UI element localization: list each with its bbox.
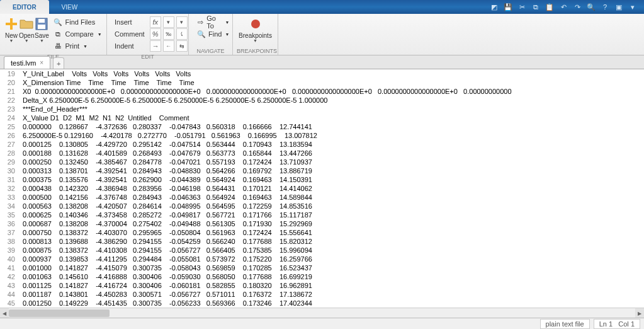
code-line[interactable]: 370.000750 0.138372 -4.403070 0.295965 -… <box>0 228 644 237</box>
breakpoints-button[interactable]: Breakpoints ▼ <box>237 15 274 44</box>
indent-auto-button[interactable]: ⇆ <box>176 40 188 52</box>
new-tab-button[interactable]: + <box>53 57 64 69</box>
code-line[interactable]: 266.250000E-5 0.129160 -4.420178 0.27277… <box>0 131 644 140</box>
redo-icon[interactable]: ↷ <box>572 2 582 12</box>
save-quick-icon[interactable]: 💾 <box>503 2 513 12</box>
insert-extra-1[interactable]: ▾ <box>163 16 174 28</box>
line-number: 36 <box>0 219 19 228</box>
svg-point-5 <box>251 20 260 28</box>
close-icon[interactable]: × <box>40 59 43 66</box>
code-line[interactable]: 450.001250 0.149229 -4.451435 0.300735 -… <box>0 299 644 308</box>
comment-add-button[interactable]: % <box>150 28 161 40</box>
folder-icon <box>19 16 34 32</box>
scroll-right-button[interactable]: ▶ <box>635 308 644 318</box>
print-button[interactable]: 🖶Print▼ <box>50 40 104 52</box>
code-line[interactable]: 290.000250 0.132450 -4.385467 0.284778 -… <box>0 158 644 166</box>
line-number: 38 <box>0 237 19 246</box>
code-line[interactable]: 390.000875 0.138372 -4.410308 0.294155 -… <box>0 246 644 255</box>
line-text: 0.000813 0.139688 -4.386290 0.294155 -0.… <box>19 237 312 246</box>
help-icon[interactable]: ? <box>600 2 610 12</box>
insert-extra-2[interactable]: ▾ <box>176 16 188 28</box>
find-button[interactable]: 🔍Find▼ <box>194 28 232 40</box>
shortcut-icon[interactable]: ◩ <box>489 2 499 12</box>
code-line[interactable]: 380.000813 0.139688 -4.386290 0.294155 -… <box>0 237 644 246</box>
minimize-ribbon-icon[interactable]: ▣ <box>614 2 624 12</box>
line-text: X0 0.0000000000000000E+0 0.0000000000000… <box>19 87 512 96</box>
nav-group-label: NAVIGATE <box>193 47 229 55</box>
save-button[interactable]: Save ▼ <box>34 15 49 44</box>
new-button[interactable]: New ▼ <box>4 15 19 44</box>
scroll-left-button[interactable]: ◀ <box>0 308 9 318</box>
indent-left-button[interactable]: ← <box>163 40 174 52</box>
ln-value: 1 <box>609 320 613 328</box>
line-text: 6.250000E-5 0.129160 -4.420178 0.272770 … <box>19 131 317 140</box>
line-text: 0.000687 0.138208 -4.370004 0.275402 -0.… <box>19 219 312 228</box>
code-line[interactable]: 410.001000 0.141827 -4.415079 0.300735 -… <box>0 263 644 272</box>
tab-view[interactable]: VIEW <box>49 0 91 14</box>
code-line[interactable]: 270.000125 0.130805 -4.429720 0.295142 -… <box>0 140 644 149</box>
code-line[interactable]: 20X_Dimension Time Time Time Time Time T… <box>0 78 644 87</box>
chevron-down-icon: ▼ <box>225 20 229 25</box>
code-line[interactable]: 440.001187 0.143801 -4.450283 0.300571 -… <box>0 290 644 299</box>
copy-icon[interactable]: ⧉ <box>531 2 541 12</box>
horizontal-scrollbar[interactable]: ◀ ▶ <box>0 308 644 318</box>
code-line[interactable]: 330.000500 0.142156 -4.376748 0.284943 -… <box>0 193 644 202</box>
find-files-icon: 🔍 <box>53 17 63 27</box>
code-line[interactable]: 300.000313 0.138701 -4.392541 0.284943 -… <box>0 166 644 175</box>
goto-button[interactable]: ⇨Go To▼ <box>194 16 232 28</box>
file-type-box[interactable]: plain text file <box>540 319 590 329</box>
code-line[interactable]: 340.000563 0.138208 -4.420507 0.284614 -… <box>0 202 644 211</box>
find-files-button[interactable]: 🔍Find Files <box>50 16 104 28</box>
comment-button[interactable]: Comment <box>112 28 147 40</box>
code-line[interactable]: 24X_Value D1 D2 M1 M2 N1 N2 Untitled Com… <box>0 113 644 122</box>
find-files-label: Find Files <box>65 18 95 26</box>
open-button[interactable]: Open ▼ <box>19 15 34 44</box>
code-line[interactable]: 21X0 0.0000000000000000E+0 0.00000000000… <box>0 87 644 96</box>
indent-button[interactable]: Indent <box>112 40 147 52</box>
cut-icon[interactable]: ✂ <box>517 2 527 12</box>
tab-editor[interactable]: EDITOR <box>0 0 49 14</box>
line-text: Y_Unit_Label Volts Volts Volts Volts Vol… <box>19 69 191 78</box>
comment-wrap-button[interactable]: ⤹ <box>176 28 188 40</box>
line-text: 0.000375 0.135576 -4.392541 0.262900 -0.… <box>19 175 312 184</box>
insert-button[interactable]: Insert <box>112 16 147 28</box>
code-line[interactable]: 280.000188 0.131628 -4.401589 0.268493 -… <box>0 149 644 158</box>
line-number: 45 <box>0 299 19 308</box>
line-number: 39 <box>0 246 19 255</box>
line-number: 42 <box>0 272 19 281</box>
code-line[interactable]: 310.000375 0.135576 -4.392541 0.262900 -… <box>0 175 644 184</box>
code-line[interactable]: 350.000625 0.140346 -4.373458 0.285272 -… <box>0 211 644 219</box>
line-text: 0.001125 0.141827 -4.416724 0.300406 -0.… <box>19 281 312 290</box>
code-line[interactable]: 360.000687 0.138208 -4.370004 0.275402 -… <box>0 219 644 228</box>
code-line[interactable]: 400.000937 0.139853 -4.411295 0.294484 -… <box>0 255 644 263</box>
code-line[interactable]: 22Delta_X 6.250000E-5 6.250000E-5 6.2500… <box>0 96 644 105</box>
indent-label: Indent <box>115 42 134 50</box>
code-line[interactable]: 23***End_of_Header*** <box>0 105 644 113</box>
paste-icon[interactable]: 📋 <box>545 2 555 12</box>
undo-icon[interactable]: ↶ <box>558 2 568 12</box>
code-line[interactable]: 430.001125 0.141827 -4.416724 0.300406 -… <box>0 281 644 290</box>
code-line[interactable]: 420.001063 0.145610 -4.416888 0.300406 -… <box>0 272 644 281</box>
compare-button[interactable]: ⧉Compare▼ <box>50 28 104 40</box>
indent-right-button[interactable]: → <box>150 40 161 52</box>
code-line[interactable]: 250.000000 0.128667 -4.372636 0.280337 -… <box>0 122 644 131</box>
scroll-thumb[interactable] <box>9 309 110 317</box>
file-tab[interactable]: testi.lvm × <box>4 56 50 69</box>
line-text: 0.000500 0.142156 -4.376748 0.284943 -0.… <box>19 193 312 202</box>
line-number: 44 <box>0 290 19 299</box>
dropdown-title-icon[interactable]: ▾ <box>628 2 638 12</box>
code-line[interactable]: 320.000438 0.142320 -4.386948 0.283956 -… <box>0 184 644 193</box>
code-line[interactable]: 19Y_Unit_Label Volts Volts Volts Volts V… <box>0 69 644 78</box>
indent-icon: → <box>152 42 159 50</box>
line-text: 0.000125 0.130805 -4.429720 0.295142 -0.… <box>19 140 312 149</box>
search-title-icon[interactable]: 🔍 <box>586 2 596 12</box>
goto-label: Go To <box>206 14 222 30</box>
comment-remove-button[interactable]: ‰ <box>163 28 174 40</box>
line-number: 25 <box>0 122 19 131</box>
line-number: 19 <box>0 69 19 78</box>
line-number: 20 <box>0 78 19 87</box>
line-number: 34 <box>0 202 19 211</box>
plus-icon <box>4 16 19 32</box>
fx-button[interactable]: fx <box>150 16 161 28</box>
editor-area[interactable]: 19Y_Unit_Label Volts Volts Volts Volts V… <box>0 69 644 318</box>
